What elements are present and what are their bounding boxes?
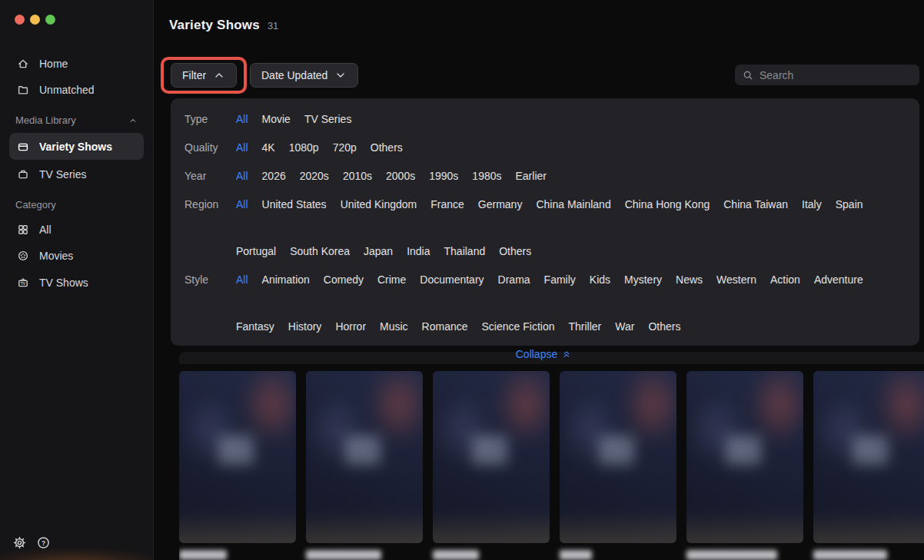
filter-option-crime[interactable]: Crime — [377, 272, 406, 288]
sidebar-item-movies[interactable]: Movies — [9, 244, 144, 268]
filter-option-western[interactable]: Western — [716, 272, 756, 288]
minimize-button[interactable] — [30, 15, 40, 25]
filter-option-science-fiction[interactable]: Science Fiction — [482, 319, 555, 335]
filter-option-romance[interactable]: Romance — [422, 319, 468, 335]
chevron-up-icon[interactable] — [128, 116, 138, 125]
sidebar-nav: HomeUnmatchedMedia LibraryVariety ShowsT… — [0, 49, 153, 297]
sidebar-item-tv-shows[interactable]: TVTV Shows — [9, 270, 144, 295]
sidebar-item-tv-series[interactable]: TV Series — [9, 162, 144, 187]
collapse-label: Collapse — [516, 348, 557, 360]
poster-thumbnail[interactable] — [179, 371, 296, 543]
filter-option-news[interactable]: News — [676, 272, 703, 288]
poster-thumbnail[interactable] — [686, 371, 803, 543]
filter-options: All4K1080p720pOthers — [236, 140, 403, 156]
filter-options: AllMovieTV Series — [236, 111, 351, 128]
filter-option-italy[interactable]: Italy — [802, 197, 822, 213]
filter-option-adventure[interactable]: Adventure — [814, 272, 863, 288]
poster-art-blurred — [306, 371, 423, 543]
filter-option-all[interactable]: All — [236, 168, 248, 184]
help-icon[interactable]: ? — [37, 536, 50, 549]
filter-option-movie[interactable]: Movie — [262, 111, 291, 128]
filter-button[interactable]: Filter — [171, 63, 237, 88]
filter-option-japan[interactable]: Japan — [364, 244, 393, 260]
filter-option-earlier[interactable]: Earlier — [516, 168, 547, 184]
poster-thumbnail[interactable] — [433, 371, 550, 543]
page-title: Variety Shows — [169, 18, 260, 33]
poster-thumbnail[interactable] — [813, 371, 924, 543]
filter-option-2000s[interactable]: 2000s — [386, 168, 415, 184]
svg-text:TV: TV — [21, 281, 26, 285]
filter-option-fantasy[interactable]: Fantasy — [236, 319, 274, 335]
filter-option-all[interactable]: All — [236, 272, 248, 288]
zoom-button[interactable] — [45, 15, 55, 25]
filter-option-thailand[interactable]: Thailand — [444, 244, 486, 260]
filter-option-music[interactable]: Music — [380, 319, 408, 335]
sidebar-item-home[interactable]: Home — [9, 51, 144, 76]
sidebar-item-unmatched[interactable]: Unmatched — [9, 78, 144, 102]
filter-option-animation[interactable]: Animation — [262, 272, 310, 288]
filter-option-china-hong-kong[interactable]: China Hong Kong — [625, 197, 710, 213]
sidebar-section-category: Category — [15, 197, 138, 213]
filter-option-spain[interactable]: Spain — [836, 197, 863, 213]
filter-option-china-mainland[interactable]: China Mainland — [536, 197, 610, 213]
collapse-row: Collapse — [203, 347, 884, 366]
filter-option-kids[interactable]: Kids — [590, 272, 610, 288]
filter-option-family[interactable]: Family — [544, 272, 576, 288]
filter-option-1980s[interactable]: 1980s — [472, 168, 501, 184]
sidebar-section-label: Category — [15, 197, 56, 213]
filter-option-tv-series[interactable]: TV Series — [304, 111, 351, 128]
filter-option-france[interactable]: France — [430, 197, 464, 213]
filter-option-4k[interactable]: 4K — [262, 140, 275, 156]
filter-option-2020s[interactable]: 2020s — [300, 168, 329, 184]
filter-option-thriller[interactable]: Thriller — [568, 319, 601, 335]
tv-series-icon — [17, 168, 29, 181]
filter-option-all[interactable]: All — [236, 197, 248, 213]
poster-art-blurred — [813, 371, 924, 543]
folder-icon — [17, 84, 29, 96]
filter-option-others[interactable]: Others — [648, 319, 680, 335]
filter-option-united-states[interactable]: United States — [262, 197, 327, 213]
filter-option-comedy[interactable]: Comedy — [324, 272, 364, 288]
filter-option-china-taiwan[interactable]: China Taiwan — [723, 197, 788, 213]
media-card — [433, 371, 550, 560]
sort-button[interactable]: Date Updated — [250, 63, 358, 88]
svg-text:?: ? — [42, 539, 45, 547]
poster-art-blurred — [179, 371, 296, 543]
filter-option-india[interactable]: India — [407, 244, 430, 260]
filter-option-history[interactable]: History — [288, 319, 322, 335]
filter-option-south-korea[interactable]: South Korea — [290, 244, 350, 260]
poster-thumbnail[interactable] — [306, 371, 423, 543]
filter-option-action[interactable]: Action — [770, 272, 800, 288]
filter-option-drama[interactable]: Drama — [498, 272, 530, 288]
poster-thumbnail[interactable] — [560, 371, 676, 543]
filter-option-1990s[interactable]: 1990s — [429, 168, 458, 184]
filter-option-documentary[interactable]: Documentary — [420, 272, 484, 288]
search-input[interactable] — [759, 69, 912, 81]
search-box[interactable] — [735, 65, 919, 85]
sidebar-item-all[interactable]: All — [9, 217, 144, 242]
poster-art-blurred — [560, 371, 676, 543]
filter-option-720p[interactable]: 720p — [333, 140, 357, 156]
filter-row-label: Type — [184, 111, 228, 128]
filter-option-all[interactable]: All — [236, 111, 248, 128]
filter-option-all[interactable]: All — [236, 140, 248, 156]
filter-option-2026[interactable]: 2026 — [262, 168, 286, 184]
item-count: 31 — [268, 20, 278, 31]
chevron-down-icon — [334, 69, 347, 81]
filter-option-germany[interactable]: Germany — [478, 197, 523, 213]
filter-option-united-kingdom[interactable]: United Kingdom — [341, 197, 417, 213]
collapse-link[interactable]: Collapse — [516, 348, 571, 360]
filter-option-others[interactable]: Others — [499, 244, 531, 260]
filter-option-2010s[interactable]: 2010s — [343, 168, 372, 184]
search-icon — [743, 70, 753, 81]
settings-icon[interactable] — [13, 536, 26, 549]
filter-option-mystery[interactable]: Mystery — [624, 272, 662, 288]
filter-option-portugal[interactable]: Portugal — [236, 244, 276, 260]
close-button[interactable] — [15, 15, 25, 25]
filter-option-others[interactable]: Others — [371, 140, 403, 156]
filter-option-war[interactable]: War — [615, 319, 634, 335]
sidebar-item-variety-shows[interactable]: Variety Shows — [9, 133, 144, 160]
filter-option-horror[interactable]: Horror — [335, 319, 366, 335]
poster-grid — [179, 371, 924, 560]
filter-option-1080p[interactable]: 1080p — [289, 140, 319, 156]
